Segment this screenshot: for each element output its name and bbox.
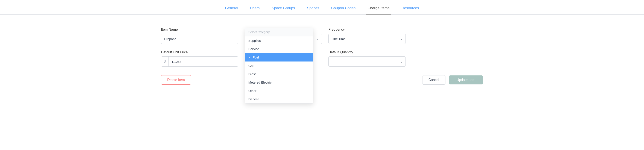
frequency-label: Frequency bbox=[328, 28, 406, 31]
update-item-button[interactable]: Update Item bbox=[449, 75, 483, 84]
chevron-down-icon: ⌄ bbox=[316, 37, 319, 41]
dropdown-item-diesel[interactable]: Diesel bbox=[245, 70, 313, 78]
action-row: Delete Item Cancel Update Item bbox=[161, 75, 483, 85]
unit-price-input-wrapper: $ bbox=[161, 56, 238, 67]
item-name-input[interactable] bbox=[161, 34, 238, 44]
spacer-top-right bbox=[412, 28, 490, 44]
quantity-select-wrapper: ⌄ bbox=[328, 56, 406, 67]
tab-resources[interactable]: Resources bbox=[400, 4, 420, 15]
form-grid: Item Name Category Fuel ⌄ Select Categor… bbox=[161, 28, 483, 67]
unit-price-group: Default Unit Price $ bbox=[161, 50, 238, 67]
frequency-group: Frequency One Time Monthly Yearly ⌄ bbox=[328, 28, 406, 44]
dropdown-item-deposit[interactable]: Deposit bbox=[245, 95, 313, 103]
item-name-label: Item Name bbox=[161, 28, 238, 31]
frequency-select-wrapper: One Time Monthly Yearly ⌄ bbox=[328, 34, 406, 44]
dropdown-item-service[interactable]: Service bbox=[245, 45, 313, 53]
quantity-label: Default Quantity bbox=[328, 50, 406, 54]
tab-coupon-codes[interactable]: Coupon Codes bbox=[330, 4, 357, 15]
delete-item-button[interactable]: Delete Item bbox=[161, 75, 191, 85]
tab-charge-items[interactable]: Charge Items bbox=[366, 4, 391, 15]
unit-price-input[interactable] bbox=[168, 57, 238, 66]
tab-spaces[interactable]: Spaces bbox=[305, 4, 321, 15]
quantity-select[interactable] bbox=[328, 56, 406, 67]
category-group: Category Fuel ⌄ Select Category Supplies… bbox=[245, 28, 322, 44]
dropdown-item-fuel[interactable]: ✓ Fuel bbox=[245, 53, 313, 61]
dropdown-item-supplies[interactable]: Supplies bbox=[245, 36, 313, 45]
checkmark-icon: ✓ bbox=[248, 56, 251, 59]
page-wrapper: General Users Space Groups Spaces Coupon… bbox=[0, 0, 644, 150]
dropdown-placeholder: Select Category bbox=[245, 28, 313, 36]
dropdown-fuel-label: Fuel bbox=[253, 55, 259, 59]
content-area: Item Name Category Fuel ⌄ Select Categor… bbox=[0, 15, 644, 150]
tab-users[interactable]: Users bbox=[248, 4, 261, 15]
dollar-prefix: $ bbox=[161, 57, 168, 66]
dropdown-item-other[interactable]: Other bbox=[245, 87, 313, 95]
cancel-button[interactable]: Cancel bbox=[422, 75, 446, 85]
unit-price-label: Default Unit Price bbox=[161, 50, 238, 54]
button-group-right: Cancel Update Item bbox=[422, 75, 483, 85]
tab-general[interactable]: General bbox=[223, 4, 240, 15]
frequency-select[interactable]: One Time Monthly Yearly bbox=[328, 34, 406, 44]
dropdown-item-metered-electric[interactable]: Metered Electric bbox=[245, 78, 313, 87]
quantity-group: Default Quantity ⌄ bbox=[328, 50, 406, 67]
category-dropdown: Select Category Supplies Service ✓ Fuel … bbox=[245, 28, 314, 104]
dropdown-item-gas[interactable]: Gas bbox=[245, 61, 313, 70]
nav-tabs: General Users Space Groups Spaces Coupon… bbox=[0, 0, 644, 15]
item-name-group: Item Name bbox=[161, 28, 238, 44]
tab-space-groups[interactable]: Space Groups bbox=[270, 4, 297, 15]
